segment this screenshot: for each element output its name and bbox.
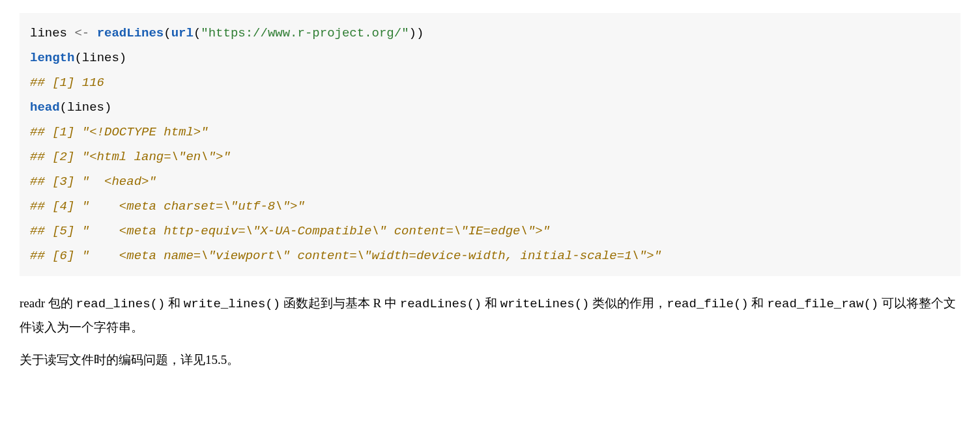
paragraph-2: 关于读写文件时的编码问题，详见15.5。	[20, 348, 960, 372]
code-var: lines	[30, 26, 74, 40]
inline-code-read-lines: read_lines()	[76, 297, 166, 311]
inline-code-read-file: read_file()	[667, 297, 748, 311]
text: 。	[227, 353, 239, 367]
text: 函数起到与基本 R 中	[280, 296, 400, 310]
code-output-line: ## [2] "<html lang=\"en\">"	[30, 150, 231, 164]
code-output-line: ## [1] 116	[30, 76, 104, 90]
paragraph-1: readr 包的 read_lines() 和 write_lines() 函数…	[20, 292, 960, 339]
text: 和	[749, 296, 768, 310]
inline-code-readlines: readLines()	[400, 297, 482, 311]
text: 和	[165, 296, 184, 310]
inline-code-read-file-raw: read_file_raw()	[767, 297, 878, 311]
code-output-line: ## [3] " <head>"	[30, 174, 156, 189]
code-block: lines <- readLines(url("https://www.r-pr…	[20, 13, 960, 276]
code-func-readlines: readLines	[97, 26, 164, 40]
inline-code-write-lines: write_lines()	[184, 297, 280, 311]
code-func-length: length	[30, 51, 74, 65]
code-output-line: ## [6] " <meta name=\"viewport\" content…	[30, 249, 661, 263]
code-output-line: ## [4] " <meta charset=\"utf-8\">"	[30, 199, 305, 214]
text: 和	[482, 296, 500, 310]
text: 类似的作用，	[590, 296, 667, 310]
code-paren: (	[194, 26, 201, 40]
code-func-url: url	[171, 26, 194, 40]
code-paren: (	[164, 26, 171, 40]
code-assign-op: <-	[74, 26, 96, 40]
text: 关于读写文件时的编码问题，详见	[20, 353, 205, 367]
text: readr 包的	[20, 296, 76, 310]
code-arg: (lines)	[74, 51, 126, 65]
code-string-url: "https://www.r-project.org/"	[201, 26, 409, 40]
code-close-paren: ))	[409, 26, 424, 40]
code-output-line: ## [5] " <meta http-equiv=\"X-UA-Compati…	[30, 224, 550, 238]
code-output-line: ## [1] "<!DOCTYPE html>"	[30, 125, 209, 139]
code-arg: (lines)	[60, 100, 112, 115]
inline-code-writelines: writeLines()	[500, 297, 590, 311]
code-func-head: head	[30, 100, 60, 115]
cross-reference-link[interactable]: 15.5	[205, 353, 227, 367]
